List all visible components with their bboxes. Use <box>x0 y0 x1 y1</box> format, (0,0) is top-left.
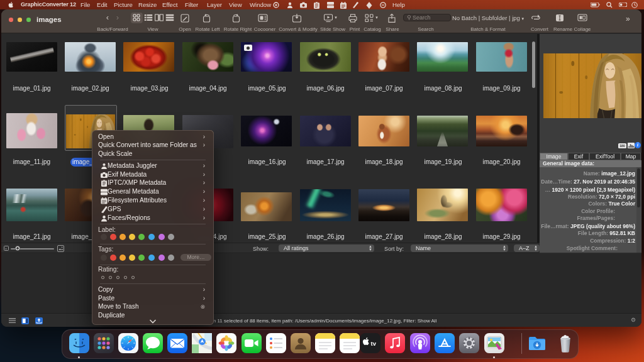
svg-text:tv: tv <box>371 340 377 347</box>
